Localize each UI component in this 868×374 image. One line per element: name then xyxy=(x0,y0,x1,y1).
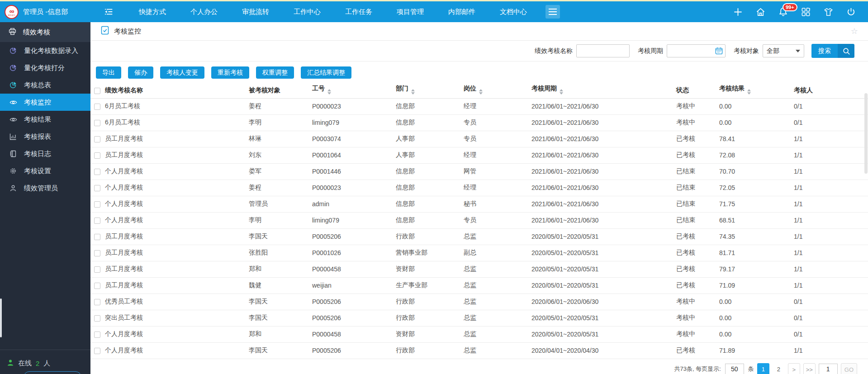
select-all-checkbox[interactable] xyxy=(94,88,100,94)
cell-assessor: 1/1 xyxy=(794,277,868,294)
sort-icon[interactable] xyxy=(327,87,331,96)
sidebar-item[interactable]: 绩效管理员 xyxy=(0,180,90,197)
sidebar-module-header[interactable]: 绩效考核 xyxy=(0,22,90,42)
cell-dept: 营销事业部 xyxy=(396,245,464,261)
topbar-menu-item[interactable]: 审批流转 xyxy=(230,8,281,16)
goto-page-input[interactable] xyxy=(819,364,838,374)
cell-period: 2020/05/01~2020/05/31 xyxy=(531,228,676,245)
row-checkbox[interactable] xyxy=(94,120,100,126)
more-menu-icon[interactable] xyxy=(545,5,560,19)
toolbar-button[interactable]: 重新考核 xyxy=(211,66,249,79)
table-row: 员工月度考核刘东P0001064人事部经理2021/06/01~2021/06/… xyxy=(90,147,868,163)
bar-chart-icon xyxy=(9,133,17,140)
row-checkbox[interactable] xyxy=(94,152,100,159)
table-row: 个人月度考核管理员admin信息部秘书2021/06/01~2021/06/30… xyxy=(90,196,868,212)
sidebar-scrollbar[interactable] xyxy=(0,298,2,337)
sidebar-item[interactable]: 考核监控 xyxy=(0,94,90,111)
chevron-down-icon xyxy=(796,50,800,55)
go-button[interactable]: GO xyxy=(841,363,857,374)
power-icon[interactable] xyxy=(846,7,856,17)
column-header[interactable]: 岗位 xyxy=(464,83,531,98)
toolbar-button[interactable]: 汇总结果调整 xyxy=(301,66,351,79)
plus-icon[interactable] xyxy=(733,7,743,17)
topbar-menu-item[interactable]: 个人办公 xyxy=(178,8,230,16)
pager-page-button[interactable]: 1 xyxy=(757,363,769,374)
cell-period: 2021/06/01~2021/06/30 xyxy=(531,98,676,114)
toolbar-button[interactable]: 考核人变更 xyxy=(160,66,204,79)
sort-icon[interactable] xyxy=(411,87,415,96)
cell-status: 考核中 xyxy=(676,326,719,342)
row-checkbox[interactable] xyxy=(94,331,100,338)
bell-icon[interactable]: 99+ xyxy=(778,7,788,17)
topbar-menu-item[interactable]: 快捷方式 xyxy=(127,8,178,16)
pager-arrow-button[interactable]: > xyxy=(788,363,800,374)
sidebar-item[interactable]: 考核设置 xyxy=(0,162,90,180)
sidebar-item[interactable]: 考核结果 xyxy=(0,111,90,128)
column-header[interactable]: 部门 xyxy=(396,83,464,98)
page-size-input[interactable] xyxy=(725,364,744,374)
row-checkbox[interactable] xyxy=(94,250,100,256)
sort-icon[interactable] xyxy=(747,87,751,96)
row-checkbox[interactable] xyxy=(94,266,100,273)
row-checkbox[interactable] xyxy=(94,201,100,208)
apps-grid-icon[interactable] xyxy=(801,7,811,17)
row-checkbox[interactable] xyxy=(94,218,100,224)
page-icon xyxy=(100,26,109,37)
cell-name: 员工月度考核 xyxy=(105,245,249,261)
collapse-sidebar-icon[interactable] xyxy=(104,8,115,16)
row-checkbox[interactable] xyxy=(94,136,100,142)
search-period-input[interactable] xyxy=(667,44,726,57)
column-header[interactable]: 工号 xyxy=(312,83,396,98)
home-icon[interactable] xyxy=(755,7,766,17)
sidebar-item[interactable]: 考核日志 xyxy=(0,145,90,162)
favorite-star-icon[interactable]: ☆ xyxy=(851,26,858,36)
row-checkbox[interactable] xyxy=(94,283,100,289)
topbar-menu-item[interactable]: 工作中心 xyxy=(281,8,333,16)
cell-assessor: 1/1 xyxy=(794,261,868,277)
sidebar-item[interactable]: 量化考核数据录入 xyxy=(0,42,90,59)
toolbar-button[interactable]: 导出 xyxy=(96,66,121,79)
column-header[interactable]: 绩效考核名称 xyxy=(105,83,249,98)
row-checkbox[interactable] xyxy=(94,234,100,240)
row-checkbox[interactable] xyxy=(94,104,100,110)
column-header[interactable]: 考核周期 xyxy=(531,83,676,98)
cell-target: 娄军 xyxy=(249,163,312,180)
search-target-select[interactable]: 全部 xyxy=(763,44,804,57)
sidebar-item[interactable]: 考核总表 xyxy=(0,76,90,94)
column-header[interactable]: 考核结果 xyxy=(719,83,794,98)
sidebar-item[interactable]: 考核报表 xyxy=(0,128,90,145)
row-checkbox[interactable] xyxy=(94,299,100,305)
toolbar-button[interactable]: 权重调整 xyxy=(256,66,294,79)
topbar-menu-item[interactable]: 文档中心 xyxy=(488,8,539,16)
cell-period: 2020/05/01~2020/05/31 xyxy=(531,277,676,294)
column-header[interactable]: 被考核对象 xyxy=(249,83,312,98)
row-checkbox[interactable] xyxy=(94,315,100,322)
row-checkbox[interactable] xyxy=(94,348,100,354)
cell-assessor: 1/1 xyxy=(794,131,868,147)
cell-name: 员工月度考核 xyxy=(105,277,249,294)
sort-icon[interactable] xyxy=(560,87,563,96)
topbar-menu-item[interactable]: 项目管理 xyxy=(384,8,436,16)
row-checkbox[interactable] xyxy=(94,169,100,175)
row-checkbox[interactable] xyxy=(94,185,100,191)
cell-assessor: 0/1 xyxy=(794,294,868,310)
search-name-input[interactable] xyxy=(576,44,630,57)
search-button[interactable]: 搜索 xyxy=(811,44,854,58)
theme-icon[interactable] xyxy=(823,7,834,17)
eye-icon xyxy=(9,117,17,123)
sidebar-item[interactable]: 量化考核打分 xyxy=(0,59,90,76)
cell-target: 李国天 xyxy=(249,310,312,326)
topbar-menu-item[interactable]: 内部邮件 xyxy=(436,8,488,16)
table-scrollbar[interactable] xyxy=(864,93,868,174)
topbar-menu-item[interactable]: 工作任务 xyxy=(333,8,384,16)
pager-arrow-button[interactable]: >> xyxy=(803,363,816,374)
cell-result: 0.00 xyxy=(719,294,794,310)
sidebar-bottom-pill[interactable] xyxy=(24,371,81,374)
cell-status: 考核中 xyxy=(676,114,719,131)
column-header[interactable]: 状态 xyxy=(676,83,719,98)
sort-icon[interactable] xyxy=(479,87,483,96)
pager-page-button[interactable]: 2 xyxy=(773,363,785,374)
cell-name: 6月员工考核 xyxy=(105,114,249,131)
toolbar-button[interactable]: 催办 xyxy=(128,66,153,79)
column-header[interactable]: 考核人 xyxy=(794,83,868,98)
